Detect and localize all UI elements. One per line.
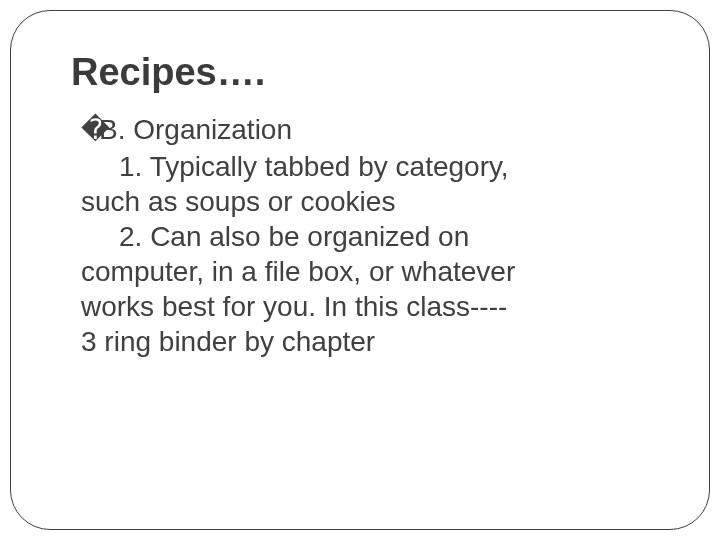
list-item-1-cont: such as soups or cookies [81, 184, 659, 219]
item-number: 2. [119, 221, 142, 252]
list-item-2: 2. Can also be organized on [81, 219, 659, 254]
item-text: Typically tabbed by category, [150, 151, 509, 182]
slide-body: �B. Organization 1. Typically tabbed by … [81, 112, 659, 359]
item-text: Can also be organized on [150, 221, 469, 252]
item-number: 1. [119, 151, 142, 182]
slide-title: Recipes…. [71, 51, 659, 94]
section-heading: B. Organization [99, 114, 292, 145]
list-item-2-cont: 3 ring binder by chapter [81, 324, 659, 359]
list-item-1: 1. Typically tabbed by category, [81, 149, 659, 184]
bullet-icon: � [81, 112, 99, 147]
item-text: works best for you. In this class---- [81, 291, 507, 322]
list-item-2-cont: works best for you. In this class---- [81, 289, 659, 324]
item-text: such as soups or cookies [81, 186, 395, 217]
item-text: 3 ring binder by chapter [81, 326, 375, 357]
item-text: computer, in a file box, or whatever [81, 256, 515, 287]
section-heading-line: �B. Organization [81, 112, 659, 147]
list-item-2-cont: computer, in a file box, or whatever [81, 254, 659, 289]
slide-frame: Recipes…. �B. Organization 1. Typically … [10, 10, 710, 530]
